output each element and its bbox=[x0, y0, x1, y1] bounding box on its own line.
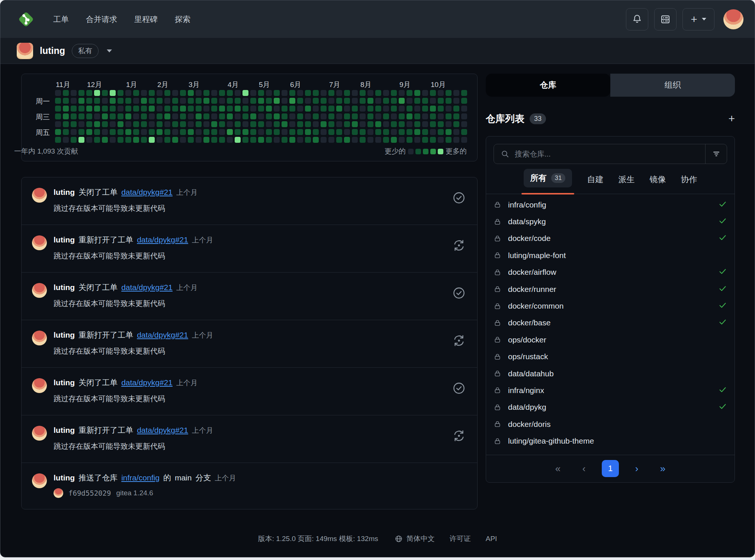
heatmap-cell bbox=[360, 98, 366, 104]
pagination-next[interactable]: › bbox=[629, 463, 645, 474]
issue-reopened-icon bbox=[452, 238, 466, 252]
feed-avatar[interactable] bbox=[32, 188, 47, 203]
repo-row[interactable]: infra/nginx bbox=[494, 382, 727, 399]
feed-user-link[interactable]: luting bbox=[54, 283, 75, 292]
feed-user-link[interactable]: luting bbox=[54, 473, 75, 482]
heatmap-cell bbox=[188, 121, 194, 127]
repo-row[interactable]: data/dpykg bbox=[494, 399, 727, 416]
repo-row[interactable]: docker/airflow bbox=[494, 264, 727, 281]
panel-tab-1[interactable]: 组织 bbox=[610, 74, 735, 97]
create-new-button[interactable]: + bbox=[682, 8, 714, 30]
repo-row[interactable]: ops/docker bbox=[494, 331, 727, 348]
feed-action-text: 推送了仓库 bbox=[78, 473, 118, 483]
admin-panel-button[interactable] bbox=[654, 8, 677, 30]
repo-filter-0[interactable]: 所有31 bbox=[524, 172, 572, 194]
repo-name: docker/base bbox=[508, 318, 550, 327]
heatmap-cell bbox=[422, 90, 428, 96]
feed-avatar[interactable] bbox=[32, 331, 47, 345]
profile-username[interactable]: luting bbox=[40, 45, 65, 56]
repo-search-input[interactable] bbox=[515, 150, 698, 158]
heatmap-cell bbox=[438, 90, 444, 96]
heatmap-cell bbox=[172, 129, 178, 135]
heatmap-legend: 更少的 更多的 bbox=[385, 147, 467, 156]
repo-filter-button[interactable] bbox=[705, 144, 727, 164]
footer-link-0[interactable]: 简体中文 bbox=[395, 534, 435, 544]
feed-repo-link[interactable]: data/dpykg#21 bbox=[121, 283, 173, 292]
heatmap-cell bbox=[328, 137, 334, 143]
feed-repo-link[interactable]: data/dpykg#21 bbox=[137, 235, 188, 244]
repo-row[interactable]: data/spykg bbox=[494, 213, 727, 230]
feed-user-link[interactable]: luting bbox=[54, 235, 75, 244]
feed-timestamp: 上个月 bbox=[176, 188, 197, 197]
feed-repo-link[interactable]: data/dpykg#21 bbox=[137, 426, 188, 435]
lock-icon bbox=[494, 370, 501, 377]
repo-filter-3[interactable]: 镜像 bbox=[649, 174, 666, 192]
heatmap-cell bbox=[235, 113, 241, 119]
footer-link-2[interactable]: API bbox=[486, 535, 497, 543]
heatmap-cell bbox=[118, 113, 123, 119]
repo-row[interactable]: luting/maple-font bbox=[494, 247, 727, 264]
heatmap-cell bbox=[344, 121, 350, 127]
nav-link-2[interactable]: 里程碑 bbox=[134, 14, 158, 25]
pagination-current-page[interactable]: 1 bbox=[602, 460, 619, 477]
heatmap-cell bbox=[188, 106, 194, 112]
feed-repo-link[interactable]: data/dpykg#21 bbox=[121, 378, 173, 387]
repo-row[interactable]: docker/common bbox=[494, 297, 727, 314]
repo-row[interactable]: data/datahub bbox=[494, 365, 727, 382]
heatmap-cell bbox=[414, 137, 420, 143]
nav-link-0[interactable]: 工单 bbox=[53, 14, 69, 25]
repo-row[interactable]: luting/gitea-github-theme bbox=[494, 432, 727, 449]
repo-row[interactable]: docker/code bbox=[494, 230, 727, 247]
repo-row[interactable]: ops/rustack bbox=[494, 348, 727, 365]
pagination-last[interactable]: » bbox=[655, 463, 671, 474]
nav-link-1[interactable]: 合并请求 bbox=[86, 14, 117, 25]
feed-repo-link[interactable]: infra/config bbox=[121, 473, 160, 482]
repo-name: infra/nginx bbox=[508, 386, 544, 395]
heatmap-cell bbox=[164, 121, 170, 127]
feed-avatar[interactable] bbox=[32, 283, 47, 298]
profile-avatar[interactable] bbox=[17, 43, 33, 59]
nav-link-3[interactable]: 探索 bbox=[175, 14, 190, 25]
heatmap-cell bbox=[235, 106, 241, 112]
notifications-button[interactable] bbox=[626, 8, 648, 30]
feed-user-link[interactable]: luting bbox=[54, 426, 75, 435]
heatmap-cell bbox=[305, 106, 311, 112]
heatmap-cell bbox=[196, 137, 202, 143]
heatmap-cell bbox=[282, 113, 287, 119]
feed-repo-link[interactable]: data/dpykg#21 bbox=[137, 331, 188, 339]
filter-label: 所有 bbox=[530, 173, 547, 184]
feed-user-link[interactable]: luting bbox=[54, 331, 75, 339]
repo-filter-2[interactable]: 派生 bbox=[618, 174, 634, 192]
feed-user-link[interactable]: luting bbox=[54, 188, 75, 197]
repo-row[interactable]: docker/base bbox=[494, 315, 727, 331]
heatmap-cell bbox=[367, 121, 373, 127]
feed-avatar[interactable] bbox=[32, 473, 47, 488]
feed-avatar[interactable] bbox=[32, 378, 47, 393]
heatmap-cell bbox=[219, 98, 225, 104]
feed-repo-link[interactable]: data/dpykg#21 bbox=[121, 188, 173, 197]
heatmap-cell bbox=[313, 90, 319, 96]
commit-sha-link[interactable]: f69d552029 bbox=[68, 489, 111, 497]
heatmap-cell bbox=[461, 129, 467, 135]
repo-row[interactable]: docker/doris bbox=[494, 416, 727, 432]
user-avatar[interactable] bbox=[723, 9, 743, 29]
new-repo-button[interactable]: + bbox=[728, 113, 735, 124]
repo-filter-1[interactable]: 自建 bbox=[587, 174, 603, 192]
heatmap-cell bbox=[242, 106, 248, 112]
heatmap-cell bbox=[383, 98, 389, 104]
profile-dropdown-caret[interactable] bbox=[107, 49, 112, 52]
gitea-logo-icon[interactable] bbox=[17, 10, 35, 29]
heatmap-cell bbox=[86, 129, 92, 135]
heatmap-cell bbox=[242, 121, 248, 127]
heatmap-cell bbox=[125, 113, 131, 119]
repo-row[interactable]: infra/config bbox=[494, 196, 727, 213]
repo-filter-4[interactable]: 协作 bbox=[681, 174, 697, 192]
feed-avatar[interactable] bbox=[32, 426, 47, 441]
feed-user-link[interactable]: luting bbox=[54, 378, 75, 387]
legend-cell bbox=[438, 149, 443, 154]
page-footer: 版本: 1.25.0 页面: 149ms 模板: 132ms 简体中文许可证AP… bbox=[0, 534, 755, 544]
repo-row[interactable]: docker/runner bbox=[494, 281, 727, 297]
feed-avatar[interactable] bbox=[32, 235, 47, 250]
footer-link-1[interactable]: 许可证 bbox=[450, 534, 471, 544]
panel-tab-0[interactable]: 仓库 bbox=[486, 74, 610, 97]
